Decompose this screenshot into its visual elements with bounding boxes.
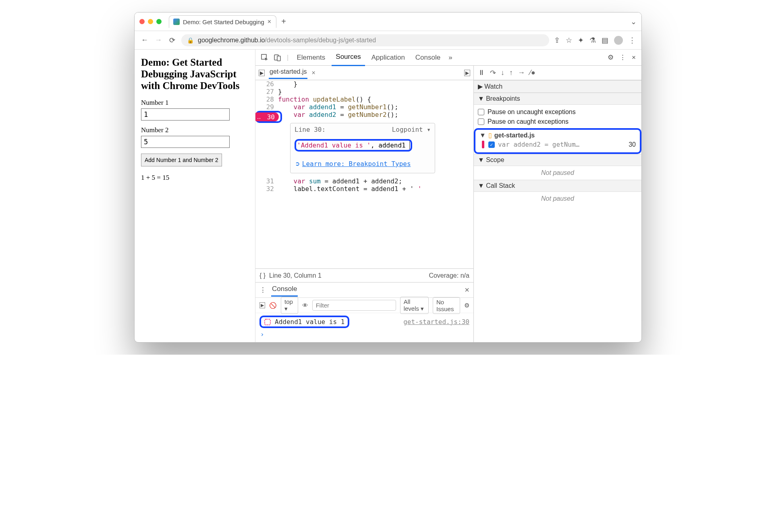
close-window-icon[interactable] (139, 19, 145, 24)
kebab-menu-icon[interactable]: ⋮ (618, 53, 628, 62)
section-scope[interactable]: ▼ Scope (474, 154, 641, 166)
debugger-sidepanel: ⏸ ↷ ↓ ↑ → ⁄● ▶ Watch ▼ Breakpoints Pause… (474, 66, 641, 342)
step-icon[interactable]: → (518, 69, 525, 77)
add-button[interactable]: Add Number 1 and Number 2 (141, 154, 222, 166)
settings-icon[interactable]: ⚙ (606, 53, 615, 62)
gutter-28[interactable]: 28 (255, 96, 278, 103)
close-file-icon[interactable]: × (311, 69, 315, 77)
tab-application[interactable]: Application (367, 50, 409, 66)
tab-sources[interactable]: Sources (332, 49, 365, 66)
code-editor[interactable]: 26 } 27} 28function updateLabel() { 29 v… (255, 80, 473, 268)
label-number1: Number 1 (141, 99, 249, 107)
drawer-menu-icon[interactable]: ⋮ (259, 286, 266, 294)
window-controls (139, 19, 162, 24)
navigator-toggle-icon[interactable]: ▶ (259, 70, 265, 76)
pretty-print-icon[interactable]: { } (259, 272, 266, 279)
gutter-26[interactable]: 26 (255, 80, 278, 88)
browser-tab[interactable]: Demo: Get Started Debugging × (169, 15, 276, 28)
log-levels-dropdown[interactable]: All levels ▾ (400, 297, 429, 314)
toolbar: ← → ⟳ 🔒 googlechrome.github.io/devtools-… (135, 31, 641, 50)
breakpoint-entry[interactable]: ✓ var addend2 = getNum… 30 (479, 139, 636, 149)
breakpoint-group-highlight: ▼ ▯ get-started.js ✓ var addend2 = getNu… (474, 128, 641, 154)
cursor-position: Line 30, Column 1 (269, 272, 322, 279)
divider: | (285, 54, 290, 62)
forward-button[interactable]: → (154, 36, 163, 44)
inspect-element-icon[interactable] (259, 54, 270, 61)
address-bar[interactable]: 🔒 googlechrome.github.io/devtools-sample… (181, 34, 549, 46)
step-into-icon[interactable]: ↓ (501, 69, 504, 77)
live-expression-icon[interactable]: 👁 (302, 302, 308, 309)
file-tab-bar: ▶ get-started.js × ▶ (255, 66, 473, 80)
gutter-32[interactable]: 32 (255, 185, 278, 193)
page-heading: Demo: Get Started Debugging JavaScript w… (141, 57, 249, 91)
chrome-menu-icon[interactable]: ⋮ (629, 36, 636, 45)
gutter-29[interactable]: 29 (255, 103, 278, 111)
svg-rect-2 (277, 56, 280, 61)
result-text: 1 + 5 = 15 (141, 174, 249, 182)
console-settings-icon[interactable]: ⚙ (464, 302, 469, 309)
breakpoint-file[interactable]: ▼ ▯ get-started.js (479, 131, 636, 139)
console-filter-input[interactable] (312, 300, 396, 311)
gutter-30-logpoint[interactable]: 30 (255, 111, 278, 123)
close-drawer-icon[interactable]: × (465, 285, 469, 295)
extensions-icon[interactable]: ✦ (578, 36, 584, 45)
input-number1[interactable] (141, 108, 230, 121)
debugger-controls: ⏸ ↷ ↓ ↑ → ⁄● (474, 66, 641, 80)
console-source-link[interactable]: get-started.js:30 (403, 318, 469, 326)
minimize-window-icon[interactable] (148, 19, 153, 24)
lock-icon: 🔒 (187, 37, 194, 44)
input-number2[interactable] (141, 136, 230, 148)
step-over-icon[interactable]: ↷ (490, 69, 496, 77)
learn-more-link[interactable]: Learn more: Breakpoint Types (302, 160, 411, 168)
section-watch[interactable]: ▶ Watch (474, 80, 641, 93)
reading-list-icon[interactable]: ▤ (602, 36, 608, 45)
tab-elements[interactable]: Elements (293, 50, 329, 66)
console-message-text: Addend1 value is 1 (275, 318, 344, 326)
close-devtools-icon[interactable]: × (630, 54, 637, 62)
logpoint-expression-highlight: 'Addend1 value is ', addend1 (295, 139, 412, 152)
devtools-tabbar: | Elements Sources Application Console »… (255, 50, 641, 66)
logpoint-indicator-icon (482, 141, 484, 148)
new-tab-button[interactable]: + (281, 17, 286, 26)
labs-icon[interactable]: ⚗ (589, 36, 596, 45)
zoom-window-icon[interactable] (156, 19, 162, 24)
console-sidebar-icon[interactable]: ▶ (259, 302, 265, 308)
coverage-status: Coverage: n/a (429, 272, 469, 279)
gutter-31[interactable]: 31 (255, 177, 278, 185)
titlebar: Demo: Get Started Debugging × + ⌄ (135, 12, 641, 31)
pause-uncaught-checkbox[interactable]: Pause on uncaught exceptions (478, 107, 637, 117)
breakpoint-checkbox[interactable]: ✓ (488, 141, 495, 148)
deactivate-breakpoints-icon[interactable]: ⁄● (530, 69, 535, 77)
section-breakpoints[interactable]: ▼ Breakpoints (474, 93, 641, 105)
step-out-icon[interactable]: ↑ (509, 69, 513, 77)
code-panel: ▶ get-started.js × ▶ 26 } 27} 28function… (255, 66, 474, 342)
issues-button[interactable]: No Issues (433, 297, 460, 314)
url-path: /devtools-samples/debug-js/get-started (265, 37, 376, 44)
logpoint-line-label: Line 30: (295, 126, 326, 133)
browser-window: Demo: Get Started Debugging × + ⌄ ← → ⟳ … (134, 12, 642, 343)
drawer-tab-console[interactable]: Console (271, 283, 298, 297)
more-tabs-icon[interactable]: » (447, 54, 454, 62)
reload-button[interactable]: ⟳ (168, 36, 176, 45)
clear-console-icon[interactable]: 🚫 (269, 302, 277, 309)
context-selector[interactable]: top ▾ (281, 297, 298, 314)
logpoint-marker-icon[interactable]: 30 (255, 112, 279, 121)
device-toolbar-icon[interactable] (272, 54, 283, 61)
tab-console[interactable]: Console (411, 50, 444, 66)
devtools: | Elements Sources Application Console »… (255, 50, 641, 342)
gutter-27[interactable]: 27 (255, 88, 278, 96)
share-icon[interactable]: ⇪ (554, 36, 560, 45)
back-button[interactable]: ← (140, 36, 149, 44)
file-tab[interactable]: get-started.js (269, 66, 307, 79)
pause-caught-checkbox[interactable]: Pause on caught exceptions (478, 117, 637, 127)
console-prompt[interactable]: › (255, 330, 473, 342)
bookmark-icon[interactable]: ☆ (566, 36, 572, 45)
pause-icon[interactable]: ⏸ (478, 69, 485, 77)
more-files-icon[interactable]: ▶ (464, 70, 470, 76)
logpoint-type-dropdown[interactable]: Logpoint ▾ (392, 126, 431, 133)
console-message: Addend1 value is 1 get-started.js:30 (255, 313, 473, 330)
close-tab-icon[interactable]: × (268, 18, 271, 25)
tabs-overflow-icon[interactable]: ⌄ (631, 17, 637, 26)
profile-avatar[interactable] (614, 36, 623, 45)
section-callstack[interactable]: ▼ Call Stack (474, 180, 641, 192)
